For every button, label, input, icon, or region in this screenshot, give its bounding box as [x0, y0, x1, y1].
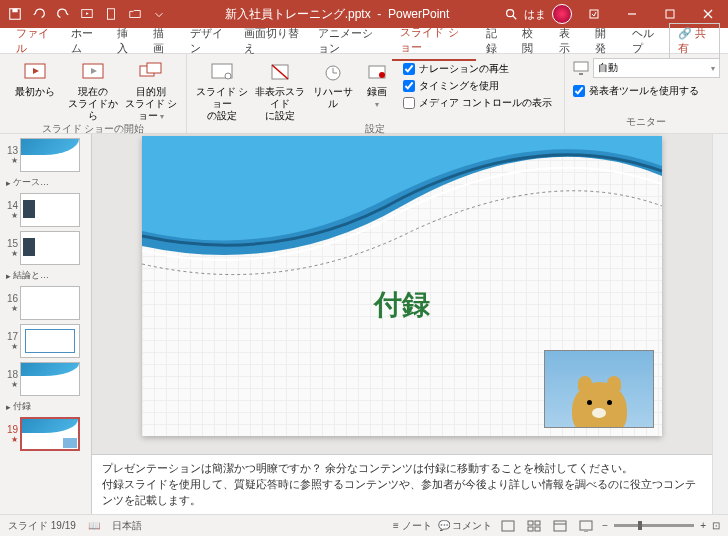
group-monitor: 自動▾ 発表者ツールを使用する モニター [565, 54, 728, 133]
svg-rect-27 [528, 521, 533, 525]
ribbon-tabs: ファイル ホーム 挿入 描画 デザイン 画面切り替え アニメーション スライド … [0, 28, 728, 54]
hide-slide-button[interactable]: 非表示スライド に設定 [253, 58, 307, 122]
custom-slideshow-button[interactable]: 目的別 スライド ショー ▾ [124, 58, 178, 122]
svg-rect-1 [12, 9, 17, 13]
media-controls-checkbox[interactable]: メディア コントロールの表示 [403, 96, 552, 110]
vertical-scrollbar[interactable] [712, 134, 728, 514]
svg-line-5 [513, 16, 517, 20]
playback-options: ナレーションの再生 タイミングを使用 メディア コントロールの表示 [399, 58, 556, 114]
svg-rect-29 [528, 527, 533, 531]
slide-image[interactable] [544, 350, 654, 428]
monitor-icon [573, 61, 589, 75]
svg-rect-31 [554, 521, 566, 531]
workspace: 13★ ▸ ケース… 14★ 15★ ▸ 結論と… 16★ 17★ 18★ ▸ … [0, 134, 728, 514]
search-icon[interactable] [504, 7, 518, 21]
svg-rect-6 [590, 10, 598, 18]
rehearse-button[interactable]: リハーサル [311, 58, 355, 110]
section-appendix[interactable]: ▸ 付録 [2, 398, 89, 415]
slide-canvas[interactable]: 付録 [142, 136, 662, 436]
presenter-view-checkbox[interactable]: 発表者ツールを使用する [573, 84, 720, 98]
thumb-14[interactable]: 14★ [2, 191, 89, 229]
reading-view-button[interactable] [550, 518, 570, 534]
svg-rect-33 [580, 521, 592, 530]
svg-point-4 [507, 10, 514, 17]
monitor-select[interactable]: 自動▾ [593, 58, 720, 78]
status-bar: スライド 19/19 📖 日本語 ≡ ノート 💬 コメント − + ⊡ [0, 514, 728, 536]
thumb-17[interactable]: 17★ [2, 322, 89, 360]
slide-count[interactable]: スライド 19/19 [8, 519, 76, 533]
svg-point-16 [225, 73, 231, 79]
group-setup: スライド ショー の設定 非表示スライド に設定 リハーサル 録画▾ ナレーショ… [187, 54, 565, 133]
user-name: はま [524, 7, 546, 22]
normal-view-button[interactable] [498, 518, 518, 534]
svg-rect-28 [535, 521, 540, 525]
slideshow-view-button[interactable] [576, 518, 596, 534]
zoom-slider[interactable] [614, 524, 694, 527]
section-conclusion[interactable]: ▸ 結論と… [2, 267, 89, 284]
from-current-button[interactable]: 現在の スライドから [66, 58, 120, 122]
svg-rect-14 [147, 63, 161, 73]
setup-slideshow-button[interactable]: スライド ショー の設定 [195, 58, 249, 122]
thumb-18[interactable]: 18★ [2, 360, 89, 398]
svg-rect-8 [666, 10, 674, 18]
svg-rect-26 [502, 521, 514, 531]
thumb-13[interactable]: 13★ [2, 136, 89, 174]
zoom-out-button[interactable]: − [602, 520, 608, 531]
narration-checkbox[interactable]: ナレーションの再生 [403, 62, 552, 76]
svg-rect-24 [574, 62, 588, 71]
group-label-monitor: モニター [573, 115, 720, 129]
group-start-slideshow: 最初から 現在の スライドから 目的別 スライド ショー ▾ スライド ショーの… [0, 54, 187, 133]
slide-area: 付録 プレゼンテーションは簡潔かつ明瞭ですか？ 余分なコンテンツは付録に移動する… [92, 134, 712, 514]
spellcheck-icon[interactable]: 📖 [88, 520, 100, 531]
from-beginning-button[interactable]: 最初から [8, 58, 62, 98]
section-case[interactable]: ▸ ケース… [2, 174, 89, 191]
sorter-view-button[interactable] [524, 518, 544, 534]
ribbon: 最初から 現在の スライドから 目的別 スライド ショー ▾ スライド ショーの… [0, 54, 728, 134]
timings-checkbox[interactable]: タイミングを使用 [403, 79, 552, 93]
notes-button[interactable]: ≡ ノート [393, 519, 432, 533]
thumb-16[interactable]: 16★ [2, 284, 89, 322]
svg-point-23 [379, 72, 385, 78]
comments-button[interactable]: 💬 コメント [438, 519, 493, 533]
notes-pane[interactable]: プレゼンテーションは簡潔かつ明瞭ですか？ 余分なコンテンツは付録に移動することを… [92, 454, 712, 514]
thumb-15[interactable]: 15★ [2, 229, 89, 267]
record-button[interactable]: 録画▾ [359, 58, 395, 110]
language[interactable]: 日本語 [112, 519, 142, 533]
thumb-19[interactable]: 19★ [2, 415, 89, 453]
slide-title[interactable]: 付録 [142, 286, 662, 324]
fit-to-window-button[interactable]: ⊡ [712, 520, 720, 531]
slide-thumbnails: 13★ ▸ ケース… 14★ 15★ ▸ 結論と… 16★ 17★ 18★ ▸ … [0, 134, 92, 514]
zoom-in-button[interactable]: + [700, 520, 706, 531]
svg-rect-3 [108, 9, 115, 20]
svg-rect-30 [535, 527, 540, 531]
